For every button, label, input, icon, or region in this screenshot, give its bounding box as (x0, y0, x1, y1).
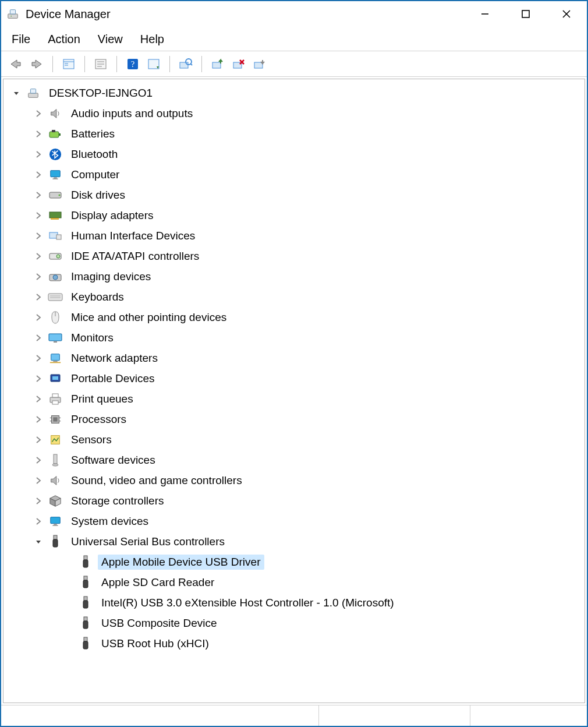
forward-button[interactable] (28, 55, 45, 73)
tree-category[interactable]: Universal Serial Bus controllers (3, 531, 585, 552)
back-button[interactable] (7, 55, 24, 73)
chevron-right-icon[interactable] (31, 127, 45, 141)
device-manager-window: Device Manager File Action View Help (0, 0, 588, 727)
tree-device[interactable]: Intel(R) USB 3.0 eXtensible Host Control… (3, 592, 585, 613)
cpu-icon (48, 412, 63, 427)
chevron-right-icon[interactable] (31, 474, 45, 488)
svg-rect-76 (84, 576, 87, 580)
tree-category-label: Sound, video and game controllers (68, 473, 246, 488)
chevron-right-icon[interactable] (31, 392, 45, 406)
chevron-right-icon[interactable] (31, 453, 45, 467)
update-driver-button[interactable] (209, 55, 226, 73)
svg-point-32 (49, 148, 61, 160)
tree-device[interactable]: USB Root Hub (xHCI) (3, 633, 585, 654)
svg-rect-80 (84, 617, 87, 621)
monitor-icon (48, 167, 63, 182)
help-button[interactable]: ? (124, 55, 141, 73)
chevron-right-icon[interactable] (31, 412, 45, 426)
svg-rect-41 (56, 235, 61, 239)
tree-category[interactable]: Display adapters (3, 205, 585, 225)
tree-category[interactable]: Software devices (3, 450, 585, 470)
chevron-down-icon[interactable] (31, 535, 45, 549)
chevron-down-icon[interactable] (9, 86, 23, 100)
chevron-right-icon[interactable] (31, 229, 45, 243)
chevron-right-icon[interactable] (31, 514, 45, 528)
chevron-right-icon[interactable] (31, 494, 45, 508)
tree-category[interactable]: IDE ATA/ATAPI controllers (3, 246, 585, 266)
chevron-right-icon[interactable] (31, 351, 45, 365)
tree-category[interactable]: Imaging devices (3, 266, 585, 287)
uninstall-device-button[interactable] (230, 55, 247, 73)
tree-category-label: Print queues (68, 391, 137, 407)
svg-rect-51 (54, 341, 57, 343)
usb-icon (78, 616, 93, 631)
chevron-right-icon[interactable] (31, 372, 45, 386)
svg-point-45 (53, 275, 58, 280)
hid-icon (48, 228, 63, 243)
svg-rect-27 (29, 93, 38, 97)
chevron-right-icon[interactable] (31, 310, 45, 324)
sensor-icon (48, 432, 63, 447)
tree-category-label: Software devices (68, 453, 159, 468)
tree-category[interactable]: System devices (3, 511, 585, 531)
scan-hardware-button[interactable] (177, 55, 194, 73)
tree-category[interactable]: Computer (3, 164, 585, 185)
show-hide-console-tree-button[interactable] (60, 55, 77, 73)
svg-rect-38 (49, 212, 61, 218)
tree-category[interactable]: Batteries (3, 123, 585, 144)
tree-category[interactable]: Mice and other pointing devices (3, 307, 585, 327)
tree-category[interactable]: Processors (3, 409, 585, 429)
properties-button[interactable] (92, 55, 109, 73)
tree-category-label: Computer (68, 167, 123, 182)
toolbar: ? (1, 51, 587, 77)
device-tree[interactable]: DESKTOP-IEJNGO1 Audio inputs and outputs… (3, 79, 585, 703)
chevron-right-icon[interactable] (31, 249, 45, 263)
chevron-right-icon[interactable] (31, 168, 45, 182)
svg-rect-1 (10, 10, 15, 14)
minimize-button[interactable] (465, 1, 505, 27)
tree-device[interactable]: Apple SD Card Reader (3, 572, 585, 592)
usb-icon (78, 636, 93, 651)
window-title: Device Manager (26, 8, 465, 21)
tree-category-label: Imaging devices (68, 269, 154, 284)
bluetooth-icon (48, 147, 63, 162)
tree-root-label: DESKTOP-IEJNGO1 (45, 86, 156, 101)
tree-category[interactable]: Sound, video and game controllers (3, 470, 585, 490)
chevron-right-icon[interactable] (31, 147, 45, 161)
menu-file[interactable]: File (12, 33, 30, 46)
chevron-right-icon[interactable] (31, 188, 45, 202)
svg-rect-67 (54, 454, 57, 464)
tree-category[interactable]: Bluetooth (3, 144, 585, 164)
tree-category-label: Portable Devices (68, 371, 158, 386)
menu-view[interactable]: View (98, 33, 123, 46)
close-button[interactable] (546, 1, 587, 27)
tree-category[interactable]: Print queues (3, 389, 585, 409)
svg-rect-29 (49, 132, 59, 137)
action-button[interactable] (145, 55, 162, 73)
tree-category[interactable]: Monitors (3, 327, 585, 348)
svg-text:?: ? (131, 60, 134, 69)
tree-category[interactable]: Storage controllers (3, 490, 585, 511)
chevron-right-icon[interactable] (31, 270, 45, 284)
svg-rect-75 (83, 560, 88, 567)
maximize-button[interactable] (505, 1, 546, 27)
tree-category[interactable]: Keyboards (3, 287, 585, 307)
tree-category[interactable]: Network adapters (3, 348, 585, 368)
chevron-right-icon[interactable] (31, 331, 45, 345)
tree-device[interactable]: USB Composite Device (3, 613, 585, 633)
chevron-right-icon[interactable] (31, 107, 45, 121)
tree-category[interactable]: Audio inputs and outputs (3, 103, 585, 123)
tree-category[interactable]: Portable Devices (3, 368, 585, 389)
menu-action[interactable]: Action (48, 33, 80, 46)
tree-root[interactable]: DESKTOP-IEJNGO1 (3, 83, 585, 103)
tree-category[interactable]: Human Interface Devices (3, 225, 585, 246)
chevron-right-icon[interactable] (31, 290, 45, 304)
chevron-right-icon[interactable] (31, 209, 45, 223)
tree-device[interactable]: Apple Mobile Device USB Driver (3, 552, 585, 572)
svg-rect-4 (522, 10, 529, 17)
menu-help[interactable]: Help (140, 33, 164, 46)
disable-device-button[interactable] (251, 55, 268, 73)
chevron-right-icon[interactable] (31, 433, 45, 447)
tree-category[interactable]: Sensors (3, 429, 585, 450)
tree-category[interactable]: Disk drives (3, 185, 585, 205)
